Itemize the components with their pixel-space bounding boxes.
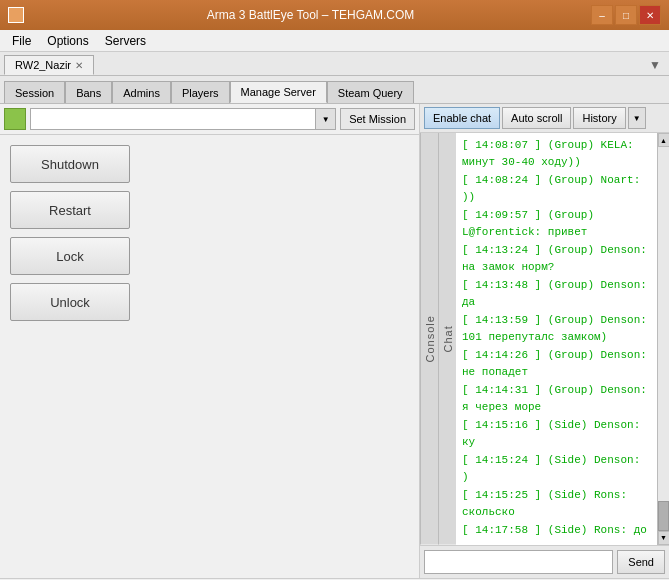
console-label: Console [420, 133, 438, 545]
chat-messages[interactable]: [ 14:08:07 ] (Group) KELA: минут 30-40 х… [456, 133, 657, 545]
minimize-button[interactable]: – [591, 5, 613, 25]
shutdown-button[interactable]: Shutdown [10, 145, 130, 183]
enable-chat-button[interactable]: Enable chat [424, 107, 500, 129]
right-panel: Enable chat Auto scroll History ▼ Consol… [420, 104, 669, 578]
set-mission-button[interactable]: Set Mission [340, 108, 415, 130]
app-icon [8, 7, 24, 23]
action-buttons-area: Shutdown Restart Lock Unlock [0, 135, 419, 578]
left-panel: ▼ Set Mission Shutdown Restart Lock Unlo… [0, 104, 420, 578]
menu-servers[interactable]: Servers [97, 32, 154, 50]
restart-button[interactable]: Restart [10, 191, 130, 229]
chat-message-item: [ 14:15:16 ] (Side) Denson: ку [462, 417, 651, 450]
mission-icon [4, 108, 26, 130]
tab-admins[interactable]: Admins [112, 81, 171, 103]
send-button[interactable]: Send [617, 550, 665, 574]
tab-session[interactable]: Session [4, 81, 65, 103]
tab-manage-server[interactable]: Manage Server [230, 81, 327, 103]
content-area: ▼ Set Mission Shutdown Restart Lock Unlo… [0, 104, 669, 578]
scroll-track [658, 147, 669, 531]
chat-area-wrapper: Console Chat [ 14:08:07 ] (Group) KELA: … [420, 133, 669, 545]
chat-message-item: [ 14:09:57 ] (Group) L@forentick: привет [462, 207, 651, 240]
window-controls: – □ ✕ [591, 5, 661, 25]
scroll-up-arrow[interactable]: ▲ [658, 133, 670, 147]
lock-button[interactable]: Lock [10, 237, 130, 275]
chat-message-item: [ 14:08:07 ] (Group) KELA: минут 30-40 х… [462, 137, 651, 170]
chat-message-item: [ 14:14:31 ] (Group) Denson: я через мор… [462, 382, 651, 415]
chat-message-item: [ 14:17:58 ] (Side) Rons: до [462, 522, 651, 539]
mission-select[interactable] [30, 108, 316, 130]
chat-message-item: [ 14:15:25 ] (Side) Rons: скольско [462, 487, 651, 520]
chat-scrollbar[interactable]: ▲ ▼ [657, 133, 669, 545]
chat-input-area: Send [420, 545, 669, 578]
maximize-button[interactable]: □ [615, 5, 637, 25]
window-title: Arma 3 BattlEye Tool – TEHGAM.COM [30, 8, 591, 22]
menu-file[interactable]: File [4, 32, 39, 50]
server-tab-bar: RW2_Nazir ✕ ▼ [0, 52, 669, 76]
server-tab-rw2nazir[interactable]: RW2_Nazir ✕ [4, 55, 94, 75]
tab-steam-query[interactable]: Steam Query [327, 81, 414, 103]
chat-message-item: [ 14:15:24 ] (Side) Denson: ) [462, 452, 651, 485]
server-tab-close-icon[interactable]: ✕ [75, 60, 83, 71]
auto-scroll-button[interactable]: Auto scroll [502, 107, 571, 129]
chat-label: Chat [438, 133, 456, 545]
server-tab-dropdown[interactable]: ▼ [645, 55, 665, 75]
title-bar: Arma 3 BattlEye Tool – TEHGAM.COM – □ ✕ [0, 0, 669, 30]
chat-input[interactable] [424, 550, 613, 574]
menu-options[interactable]: Options [39, 32, 96, 50]
tab-players[interactable]: Players [171, 81, 230, 103]
mission-dropdown-btn[interactable]: ▼ [316, 108, 336, 130]
scroll-thumb[interactable] [658, 501, 669, 531]
close-button[interactable]: ✕ [639, 5, 661, 25]
chat-message-item: [ 14:13:59 ] (Group) Denson: 101 перепут… [462, 312, 651, 345]
chat-message-item: [ 14:08:24 ] (Group) Noart: )) [462, 172, 651, 205]
menu-bar: File Options Servers [0, 30, 669, 52]
scroll-down-arrow[interactable]: ▼ [658, 531, 670, 545]
chat-message-item: [ 14:13:48 ] (Group) Denson: да [462, 277, 651, 310]
chat-message-item: [ 14:13:24 ] (Group) Denson: на замок но… [462, 242, 651, 275]
tab-bans[interactable]: Bans [65, 81, 112, 103]
sub-tab-bar: Session Bans Admins Players Manage Serve… [0, 76, 669, 104]
server-tab-label: RW2_Nazir [15, 59, 71, 71]
chat-message-item: [ 14:14:26 ] (Group) Denson: не попадет [462, 347, 651, 380]
unlock-button[interactable]: Unlock [10, 283, 130, 321]
mission-bar: ▼ Set Mission [0, 104, 419, 135]
chat-toolbar: Enable chat Auto scroll History ▼ [420, 104, 669, 133]
chat-dropdown-btn[interactable]: ▼ [628, 107, 646, 129]
history-button[interactable]: History [573, 107, 625, 129]
